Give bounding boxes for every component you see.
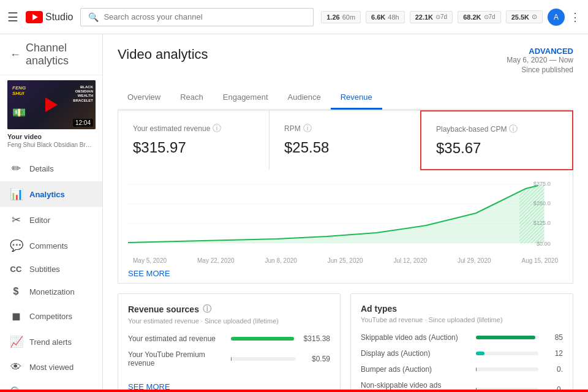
main-content: Video analytics ADVANCED May 6, 2020 — N…	[103, 34, 588, 392]
youtube-icon	[26, 11, 43, 23]
top-header: ☰ Studio 🔍 1.26 60m 6.6K 48h 22.1K ⊙7d 6…	[0, 0, 588, 34]
chart-area: $375.0 $250.0 $125.0 $0.00	[118, 170, 573, 284]
channel-preview: FENGSHUI BLACKOBSIDIANWEALTHBRACELET 💵 1…	[0, 75, 102, 153]
search-bar[interactable]: 🔍	[80, 8, 314, 26]
metric-label: Your estimated revenue ⓘ	[133, 123, 254, 134]
kebab-menu-icon[interactable]: ⋮	[570, 10, 581, 24]
channel-thumbnail: FENGSHUI BLACKOBSIDIANWEALTHBRACELET 💵 1…	[7, 80, 96, 129]
bar-value: $0.59	[301, 355, 330, 363]
sidebar-item-editor[interactable]: ✂ Editor	[0, 207, 102, 233]
competitors-icon: ◼	[10, 309, 22, 323]
ad-label: Skippable video ads (Auction)	[361, 333, 471, 342]
sidebar-item-subtitles[interactable]: CC Subtitles	[0, 258, 102, 280]
tab-engagement[interactable]: Engagement	[213, 86, 278, 110]
revenue-bar-row-0: Your estimated ad revenue $315.38	[128, 334, 330, 343]
revenue-bar-row-1: Your YouTube Premium revenue $0.59	[128, 350, 330, 368]
stat-chip-3[interactable]: 68.2K ⊙7d	[458, 11, 500, 23]
bar-fill	[231, 337, 294, 341]
metrics-row: Your estimated revenue ⓘ $315.97 RPM ⓘ $…	[118, 110, 573, 170]
page-header: Video analytics ADVANCED May 6, 2020 — N…	[118, 47, 573, 74]
ad-value: 12	[543, 349, 563, 358]
layout: ← Channel analytics FENGSHUI BLACKOBSIDI…	[0, 34, 588, 392]
chart-see-more-button[interactable]: SEE MORE	[128, 269, 170, 278]
sidebar-item-details[interactable]: ✏ Details	[0, 156, 102, 181]
tab-revenue[interactable]: Revenue	[331, 86, 382, 110]
sidebar: ← Channel analytics FENGSHUI BLACKOBSIDI…	[0, 34, 103, 392]
ad-bar-fill	[476, 352, 484, 355]
header-meta: ADVANCED May 6, 2020 — Now Since publish…	[507, 47, 573, 74]
advanced-button[interactable]: ADVANCED	[529, 47, 573, 56]
ad-row-1: Display ads (Auction) 12	[361, 349, 563, 358]
bar-track	[231, 357, 296, 361]
chart-dates: May 5, 2020 May 22, 2020 Jun 8, 2020 Jun…	[128, 257, 563, 264]
metric-value: $25.58	[284, 139, 405, 156]
scissors-icon: ✂	[10, 213, 22, 227]
subtitles-icon: CC	[10, 265, 22, 274]
date-range: ADVANCED	[507, 47, 573, 56]
ad-types-title: Ad types	[361, 304, 563, 314]
metric-label: RPM ⓘ	[284, 123, 405, 134]
sidebar-item-label: Comments	[29, 241, 68, 251]
sidebar-item-label: Subtitles	[29, 265, 60, 274]
sidebar-item-label: Most viewed	[29, 363, 74, 372]
date-range-label: May 6, 2020 — Now	[507, 56, 573, 64]
tab-reach[interactable]: Reach	[170, 86, 213, 110]
bar-track	[231, 337, 296, 341]
sidebar-item-comments[interactable]: 💬 Comments	[0, 233, 102, 258]
metric-value: $35.67	[436, 140, 557, 157]
header-right: 1.26 60m 6.6K 48h 22.1K ⊙7d 68.2K ⊙7d 25…	[321, 9, 581, 26]
ad-bar-track	[476, 352, 538, 355]
info-icon[interactable]: ⓘ	[303, 123, 312, 134]
revenue-sources-title: Revenue sources ⓘ	[128, 304, 330, 315]
sidebar-item-label: Details	[29, 164, 54, 173]
back-arrow-icon: ←	[10, 48, 21, 61]
thumb-play-arrow	[45, 97, 58, 112]
trend-icon: 📈	[10, 335, 22, 349]
page-title: Video analytics	[118, 47, 208, 62]
bottom-row: Revenue sources ⓘ Your estimated revenue…	[118, 293, 573, 392]
revenue-sources-card: Revenue sources ⓘ Your estimated revenue…	[118, 293, 341, 392]
ad-value: 85	[543, 333, 563, 342]
sidebar-item-label: Editor	[29, 216, 50, 225]
sidebar-item-most-viewed[interactable]: 👁 Most viewed	[0, 355, 102, 380]
search-input[interactable]	[104, 12, 306, 21]
sidebar-item-trend-alerts[interactable]: 📈 Trend alerts	[0, 329, 102, 355]
pencil-icon: ✏	[10, 162, 22, 175]
info-icon[interactable]: ⓘ	[203, 304, 211, 315]
sidebar-item-analytics[interactable]: 📊 Analytics	[0, 181, 102, 207]
ad-types-card: Ad types YouTube ad revenue · Since uplo…	[350, 293, 573, 392]
metric-rpm: RPM ⓘ $25.58	[270, 111, 421, 170]
bar-label: Your YouTube Premium revenue	[128, 350, 226, 368]
ad-bar-track	[476, 368, 538, 371]
stat-chip-4[interactable]: 25.5K ⊙	[506, 10, 543, 23]
sidebar-back-label: Channel analytics	[26, 42, 92, 67]
ad-bar-fill	[476, 336, 535, 339]
avatar[interactable]: A	[548, 9, 565, 26]
search-icon: 🔍	[88, 12, 99, 22]
sidebar-item-label: Monetization	[29, 287, 75, 296]
thumb-text-obsidian: BLACKOBSIDIANWEALTHBRACELET	[73, 85, 93, 103]
sidebar-item-monetization[interactable]: $ Monetization	[0, 280, 102, 303]
thumb-duration: 12:04	[73, 119, 93, 127]
tab-overview[interactable]: Overview	[118, 86, 170, 110]
sidebar-nav: ✏ Details 📊 Analytics ✂ Editor 💬 Comment…	[0, 153, 102, 392]
analytics-icon: 📊	[10, 187, 22, 201]
ad-bar-fill	[476, 368, 477, 371]
stat-chip-2[interactable]: 22.1K ⊙7d	[410, 11, 453, 23]
stat-chip-1[interactable]: 6.6K 48h	[366, 11, 405, 23]
yt-logo[interactable]: Studio	[26, 11, 73, 23]
sidebar-back-button[interactable]: ← Channel analytics	[0, 34, 102, 75]
sidebar-item-competitors[interactable]: ◼ Competitors	[0, 303, 102, 329]
metric-estimated-revenue: Your estimated revenue ⓘ $315.97	[118, 111, 270, 170]
ad-types-subtitle: YouTube ad revenue · Since uploaded (lif…	[361, 316, 563, 323]
stat-chip-0[interactable]: 1.26 60m	[321, 11, 361, 23]
info-icon[interactable]: ⓘ	[509, 124, 518, 135]
ad-row-2: Bumper ads (Auction) 0.	[361, 365, 563, 374]
menu-icon[interactable]: ☰	[7, 10, 18, 24]
bar-value: $315.38	[301, 334, 330, 343]
info-icon[interactable]: ⓘ	[213, 123, 221, 134]
tabs-bar: Overview Reach Engagement Audience Reven…	[118, 86, 573, 110]
ad-value: 0.	[543, 365, 563, 374]
tab-audience[interactable]: Audience	[278, 86, 331, 110]
thumb-text-shui: FENGSHUI	[12, 85, 26, 96]
